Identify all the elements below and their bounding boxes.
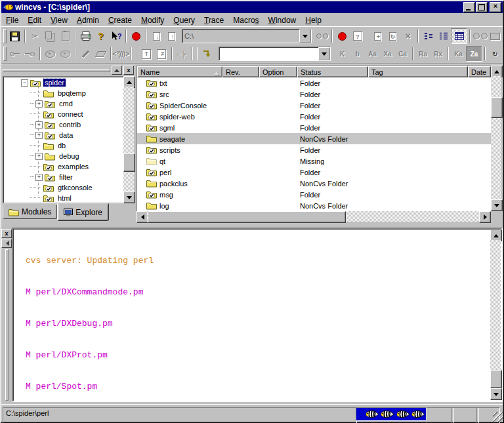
expand-icon[interactable]: [35, 153, 43, 160]
tab-modules[interactable]: Modules: [3, 205, 57, 219]
update-selection-button[interactable]: ↻: [385, 29, 400, 43]
view-explorer-button[interactable]: [436, 29, 451, 43]
file-list-vertical-scrollbar[interactable]: [491, 66, 501, 211]
edit-button[interactable]: [78, 47, 93, 61]
scroll-down-button[interactable]: [490, 388, 502, 400]
filter-dropdown-button[interactable]: [318, 47, 330, 60]
tree-item-cmd[interactable]: cmd: [4, 98, 122, 109]
menu-query[interactable]: Query: [169, 14, 200, 26]
view-modules-button[interactable]: [421, 29, 436, 43]
tree-item-filter[interactable]: filter: [4, 172, 122, 182]
flag-rx-button[interactable]: Rx: [430, 47, 446, 61]
tree-item-connect[interactable]: connect: [4, 109, 122, 119]
scrollbar-thumb[interactable]: [123, 153, 135, 172]
menu-trace[interactable]: Trace: [200, 14, 228, 26]
folder-forward-button[interactable]: ↑: [164, 29, 179, 43]
file-row[interactable]: SpiderConsoleFolder: [137, 100, 491, 111]
stop-cvs-button[interactable]: [335, 29, 350, 43]
menu-edit[interactable]: Edit: [23, 14, 46, 26]
graph-button[interactable]: ⌐╞: [175, 47, 190, 61]
file-row[interactable]: msgFolder: [137, 189, 491, 200]
text-options-button[interactable]: T: [139, 47, 154, 61]
filter-input[interactable]: [219, 47, 318, 60]
view-details-button[interactable]: [451, 28, 467, 44]
tab-explore[interactable]: Explore: [57, 203, 109, 221]
menu-window[interactable]: Window: [264, 14, 301, 26]
menu-view[interactable]: View: [46, 14, 72, 26]
browse-location-button[interactable]: [314, 29, 329, 43]
file-row[interactable]: srcFolder: [137, 89, 491, 100]
tree-item-spider[interactable]: spider: [4, 77, 122, 88]
scroll-down-button[interactable]: [491, 199, 503, 211]
menu-help[interactable]: Help: [301, 14, 326, 26]
tree-item-debug[interactable]: debug: [4, 151, 122, 161]
tree-item-db[interactable]: db: [4, 140, 122, 151]
flag-za-button[interactable]: Za: [466, 46, 482, 62]
scroll-down-button[interactable]: [123, 191, 135, 203]
panel-close-button[interactable]: x: [123, 66, 134, 75]
tree-item-contrib[interactable]: contrib: [4, 119, 122, 130]
resize-grip[interactable]: [493, 412, 503, 422]
flag-k-button[interactable]: K: [335, 47, 350, 61]
flag-r-button[interactable]: Ra: [415, 47, 430, 61]
paste-button[interactable]: [58, 29, 73, 43]
column-header-date[interactable]: Date: [468, 66, 491, 77]
delete-button[interactable]: ×: [400, 29, 415, 43]
tree-item-gtkconsole[interactable]: gtkconsole: [4, 182, 122, 193]
release-button[interactable]: <°)))>: [114, 47, 129, 61]
file-row[interactable]: scriptsFolder: [137, 144, 491, 155]
tree-item-html[interactable]: html: [4, 193, 122, 202]
expand-icon[interactable]: [35, 132, 43, 139]
print-button[interactable]: [78, 29, 93, 43]
flag-ka-button[interactable]: Ka: [451, 47, 466, 61]
column-header-name[interactable]: Name: [137, 66, 222, 77]
column-header-tag[interactable]: Tag: [368, 66, 468, 77]
tree-item-examples[interactable]: examples: [4, 161, 122, 172]
help-button[interactable]: ?: [93, 29, 108, 43]
browse-folder-button[interactable]: [488, 29, 503, 43]
flag-b-button[interactable]: b: [350, 47, 365, 61]
diff-button[interactable]: ≠: [154, 47, 169, 61]
file-row-selected[interactable]: seagateNonCvs Folder: [137, 133, 491, 144]
panel-gripper[interactable]: x: [3, 66, 134, 75]
menu-macros[interactable]: Macros: [228, 14, 263, 26]
file-row[interactable]: packclusNonCvs Folder: [137, 178, 491, 189]
column-header-rev[interactable]: Rev.: [222, 66, 259, 77]
scrollbar-thumb[interactable]: [148, 211, 346, 223]
path-input[interactable]: [182, 30, 299, 43]
console-vertical-scrollbar[interactable]: [490, 230, 501, 400]
console-collapse-button[interactable]: [1, 239, 12, 248]
title-bar[interactable]: wincvs - [C:\spider\] ×: [1, 1, 503, 13]
flag-a-button[interactable]: Aa: [365, 47, 380, 61]
add-files-button[interactable]: +: [370, 29, 385, 43]
checkin-button[interactable]: [7, 47, 22, 61]
expand-icon[interactable]: [35, 100, 43, 108]
search-button[interactable]: [472, 29, 488, 43]
menu-file[interactable]: File: [1, 14, 23, 26]
watch-button[interactable]: [43, 47, 58, 61]
collapse-icon[interactable]: [21, 79, 28, 87]
unwatch-button[interactable]: [58, 47, 73, 61]
flag-x-button[interactable]: Xa: [380, 47, 395, 61]
menu-admin[interactable]: Admin: [72, 14, 104, 26]
context-help-button[interactable]: [108, 29, 123, 43]
file-row[interactable]: logNonCvs Folder: [137, 200, 491, 211]
command-help-button[interactable]: ?: [350, 29, 365, 43]
menu-create[interactable]: Create: [104, 14, 136, 26]
scrollbar-thumb[interactable]: [490, 370, 502, 388]
menu-modify[interactable]: Modify: [136, 14, 169, 26]
file-row[interactable]: spider-webFolder: [137, 111, 491, 122]
expand-icon[interactable]: [35, 121, 43, 129]
cut-button[interactable]: ✂: [28, 29, 43, 43]
save-button[interactable]: [7, 29, 22, 43]
scroll-right-button[interactable]: [479, 211, 491, 223]
toolbar-grip[interactable]: [3, 47, 7, 61]
toolbar-grip[interactable]: [3, 29, 7, 43]
console-text[interactable]: cvs server: Updating perl M perl/DXComma…: [15, 231, 489, 399]
tree-item-bpqtemp[interactable]: bpqtemp: [4, 88, 122, 98]
copy-button[interactable]: [43, 29, 58, 43]
console-gripper[interactable]: [5, 249, 9, 401]
file-row[interactable]: txtFolder: [137, 77, 491, 89]
tree-vertical-scrollbar[interactable]: [123, 76, 134, 203]
flag-c-button[interactable]: Ca: [395, 47, 410, 61]
